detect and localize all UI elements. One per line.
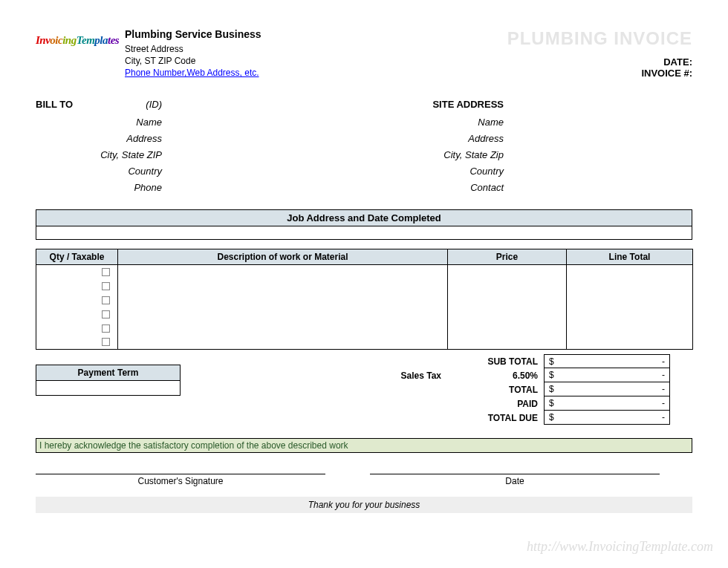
total-label: TOTAL <box>447 385 544 395</box>
table-row <box>36 279 693 293</box>
business-contact-link[interactable]: Phone Number,Web Address, etc. <box>125 68 259 78</box>
items-table: Qty / Taxable Description of work or Mat… <box>36 249 693 350</box>
col-qty-header: Qty / Taxable <box>36 249 118 265</box>
taxable-checkbox[interactable] <box>102 282 110 290</box>
col-total-header: Line Total <box>567 249 693 265</box>
subtotal-label: SUB TOTAL <box>447 356 544 367</box>
table-row <box>36 336 693 350</box>
table-row <box>36 265 693 279</box>
site-address: Address <box>377 131 504 147</box>
taxable-checkbox[interactable] <box>102 324 110 333</box>
date-signature-line <box>370 474 660 474</box>
col-price-header: Price <box>448 249 567 265</box>
business-name: Plumbing Service Business <box>125 28 348 40</box>
salestax-label: Sales Tax <box>336 370 447 381</box>
due-label: TOTAL DUE <box>447 413 544 423</box>
billto-id-label: (ID) <box>146 99 162 110</box>
taxable-checkbox[interactable] <box>102 310 110 319</box>
watermark: http://www.InvoicingTemplate.com <box>527 539 713 555</box>
billto-citystzip: City, State ZIP <box>36 147 162 163</box>
paid-label: PAID <box>447 399 544 409</box>
billto-phone: Phone <box>36 180 162 196</box>
invoice-number-label: INVOICE #: <box>544 68 692 79</box>
acknowledgement-text: I hereby acknowledge the satisfactory co… <box>36 438 692 453</box>
site-contact: Contact <box>377 180 504 196</box>
table-row <box>36 321 693 336</box>
site-name: Name <box>377 114 504 131</box>
date-label: DATE: <box>544 56 692 68</box>
total-value: $- <box>544 382 670 396</box>
taxable-checkbox[interactable] <box>102 338 110 346</box>
site-citystzip: City, State Zip <box>377 147 504 163</box>
paid-value: $- <box>544 396 670 411</box>
tax-rate: 6.50% <box>447 370 544 381</box>
billto-address: Address <box>36 131 162 147</box>
taxable-checkbox[interactable] <box>102 296 110 304</box>
taxable-checkbox[interactable] <box>102 268 110 276</box>
billto-name: Name <box>36 114 162 131</box>
thank-you-bar: Thank you for your business <box>36 497 692 513</box>
job-section-body <box>36 226 692 240</box>
tax-value: $- <box>544 368 670 382</box>
table-row <box>36 293 693 307</box>
payment-term-header: Payment Term <box>36 365 181 381</box>
document-title: PLUMBING INVOICE <box>507 28 692 49</box>
logo: InvoicingTemplates <box>36 28 125 47</box>
site-country: Country <box>377 163 504 180</box>
table-row <box>36 307 693 321</box>
billto-country: Country <box>36 163 162 180</box>
customer-signature-label: Customer's Signature <box>36 476 325 486</box>
customer-signature-line <box>36 474 325 474</box>
business-street: Street Address <box>125 43 348 55</box>
job-section-header: Job Address and Date Completed <box>36 209 692 226</box>
payment-term-value <box>36 381 181 396</box>
col-desc-header: Description of work or Material <box>118 249 448 265</box>
site-heading: SITE ADDRESS <box>432 99 504 110</box>
due-value: $- <box>544 411 670 425</box>
date-signature-label: Date <box>370 476 660 486</box>
billto-heading: BILL TO <box>36 99 73 110</box>
business-citystzip: City, ST ZIP Code <box>125 55 348 67</box>
subtotal-value: $- <box>544 354 670 368</box>
